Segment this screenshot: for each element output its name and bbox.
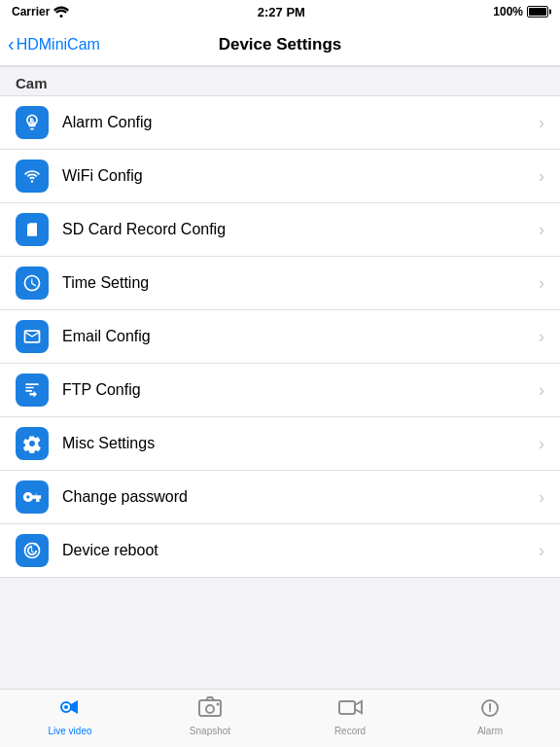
tab-bar: Live video Snapshot Record — [0, 689, 560, 747]
email-label: Email Config — [62, 328, 531, 345]
ftp-icon-bg — [16, 374, 49, 407]
battery-icon — [527, 6, 548, 18]
settings-list: Alarm Config › WiFi Config › — [0, 96, 560, 578]
password-icon-bg — [16, 480, 49, 514]
live-video-icon — [57, 696, 83, 724]
tab-snapshot-label: Snapshot — [190, 726, 230, 736]
page-title: Device Settings — [219, 35, 342, 54]
reboot-icon — [22, 541, 42, 560]
svg-point-8 — [217, 703, 220, 706]
alarm-chevron-icon: › — [539, 113, 544, 133]
settings-item-sdcard[interactable]: SD Card Record Config › — [0, 203, 560, 257]
svg-rect-9 — [339, 701, 355, 714]
svg-point-7 — [206, 705, 214, 713]
alarm-icon-bg — [16, 106, 49, 139]
alarm-label: Alarm Config — [62, 114, 531, 131]
status-time: 2:27 PM — [258, 5, 305, 19]
misc-label: Misc Settings — [62, 435, 531, 452]
settings-item-time[interactable]: Time Setting › — [0, 257, 560, 310]
tab-alarm[interactable]: Alarm — [420, 690, 560, 747]
svg-point-11 — [489, 710, 491, 712]
snapshot-icon — [197, 696, 223, 724]
password-icon — [22, 487, 42, 507]
content-area: Cam Alarm Config › WiFi Confi — [0, 66, 560, 640]
email-chevron-icon: › — [539, 327, 544, 347]
time-chevron-icon: › — [539, 273, 544, 294]
svg-point-5 — [64, 705, 68, 709]
alarm-tab-icon — [477, 696, 503, 724]
sdcard-icon-bg — [16, 213, 49, 246]
status-left: Carrier — [12, 5, 69, 18]
settings-item-email[interactable]: Email Config › — [0, 310, 560, 364]
back-label: HDMiniCam — [17, 36, 100, 53]
settings-item-wifi[interactable]: WiFi Config › — [0, 150, 560, 203]
alarm-icon — [22, 113, 42, 132]
sdcard-icon — [22, 220, 42, 239]
svg-point-0 — [60, 15, 63, 18]
ftp-icon — [22, 380, 42, 400]
reboot-label: Device reboot — [62, 542, 531, 559]
misc-icon — [22, 434, 42, 453]
misc-icon-bg — [16, 427, 49, 460]
time-label: Time Setting — [62, 274, 531, 292]
password-chevron-icon: › — [539, 487, 544, 508]
settings-item-misc[interactable]: Misc Settings › — [0, 417, 560, 471]
settings-item-alarm[interactable]: Alarm Config › — [0, 96, 560, 150]
section-header-cam: Cam — [0, 66, 560, 96]
back-button[interactable]: ‹ HDMiniCam — [8, 35, 100, 53]
svg-rect-1 — [30, 225, 31, 228]
wifi-icon — [22, 166, 42, 186]
misc-chevron-icon: › — [539, 434, 544, 454]
tab-record-label: Record — [334, 726, 366, 736]
reboot-icon-bg — [16, 534, 49, 567]
sdcard-label: SD Card Record Config — [62, 221, 531, 238]
settings-item-password[interactable]: Change password › — [0, 471, 560, 524]
time-icon-bg — [16, 267, 49, 300]
svg-rect-2 — [32, 225, 33, 228]
sdcard-chevron-icon: › — [539, 220, 544, 240]
settings-item-reboot[interactable]: Device reboot › — [0, 524, 560, 577]
settings-item-ftp[interactable]: FTP Config › — [0, 364, 560, 417]
tab-live-video[interactable]: Live video — [0, 690, 140, 747]
nav-bar: ‹ HDMiniCam Device Settings — [0, 23, 560, 66]
password-label: Change password — [62, 488, 531, 506]
wifi-chevron-icon: › — [539, 166, 544, 187]
status-bar: Carrier 2:27 PM 100% — [0, 0, 560, 23]
time-icon — [22, 273, 42, 293]
wifi-label: WiFi Config — [62, 167, 531, 185]
tab-alarm-label: Alarm — [477, 726, 503, 736]
email-icon-bg — [16, 320, 49, 353]
wifi-status-icon — [53, 6, 69, 18]
back-chevron-icon: ‹ — [8, 34, 15, 53]
email-icon — [22, 327, 42, 346]
ftp-chevron-icon: › — [539, 380, 544, 401]
tab-snapshot[interactable]: Snapshot — [140, 690, 280, 747]
tab-record[interactable]: Record — [280, 690, 420, 747]
record-icon — [337, 696, 363, 724]
reboot-chevron-icon: › — [539, 541, 544, 561]
wifi-icon-bg — [16, 160, 49, 193]
carrier-label: Carrier — [12, 5, 50, 18]
svg-rect-3 — [34, 225, 35, 228]
ftp-label: FTP Config — [62, 381, 531, 399]
battery-pct: 100% — [493, 5, 523, 18]
tab-live-label: Live video — [48, 726, 91, 736]
status-right: 100% — [493, 5, 548, 18]
